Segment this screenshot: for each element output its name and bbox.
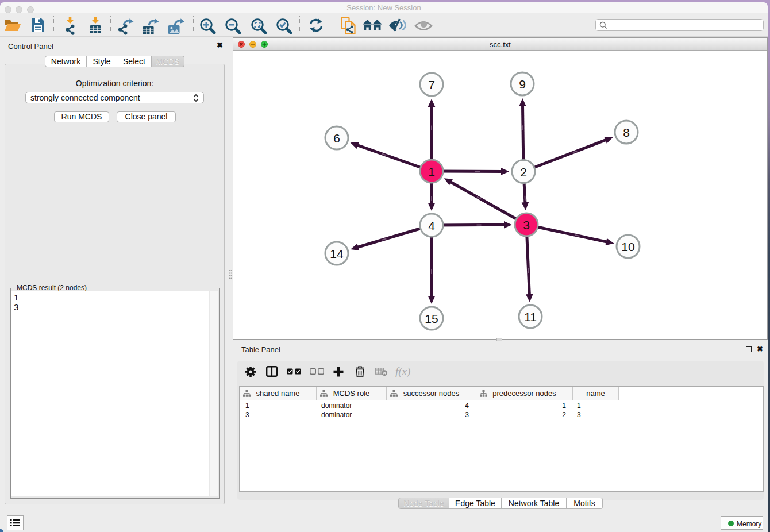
svg-text:4: 4 [428,219,435,232]
svg-text:10: 10 [621,240,634,253]
svg-text:9: 9 [519,78,526,91]
svg-text:6: 6 [333,132,340,145]
svg-text:15: 15 [425,312,438,325]
svg-text:2: 2 [520,165,527,179]
svg-text:11: 11 [524,310,537,323]
svg-text:8: 8 [623,126,630,139]
svg-text:3: 3 [523,218,530,232]
svg-text:14: 14 [330,247,344,260]
svg-text:7: 7 [428,78,435,91]
svg-text:1: 1 [428,165,435,178]
